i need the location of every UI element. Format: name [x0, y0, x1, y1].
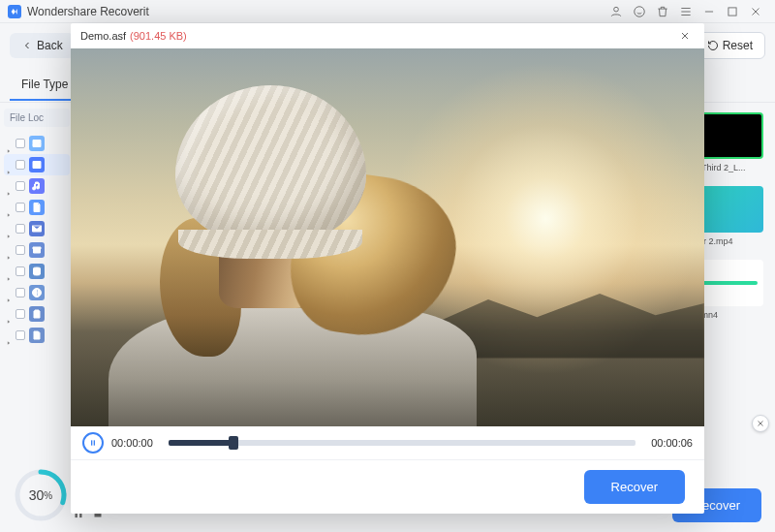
video-preview[interactable] — [71, 48, 704, 426]
seek-track[interactable] — [169, 440, 636, 446]
time-total: 00:00:06 — [651, 437, 693, 449]
svg-rect-8 — [91, 440, 92, 445]
preview-filename: Demo.asf — [80, 30, 126, 42]
preview-footer: Recover — [71, 459, 704, 514]
time-current: 00:00:00 — [111, 437, 153, 449]
preview-modal: Demo.asf (901.45 KB) 00:00:00 00:00:06 — [71, 23, 704, 514]
seek-thumb[interactable] — [229, 436, 238, 450]
player-controls: 00:00:00 00:00:06 — [71, 426, 704, 459]
preview-header: Demo.asf (901.45 KB) — [71, 23, 704, 48]
play-pause-button[interactable] — [82, 432, 104, 454]
recover-button[interactable]: Recover — [584, 470, 685, 504]
close-preview-button[interactable] — [675, 26, 695, 46]
preview-filesize: (901.45 KB) — [130, 30, 187, 42]
svg-rect-9 — [94, 440, 95, 445]
